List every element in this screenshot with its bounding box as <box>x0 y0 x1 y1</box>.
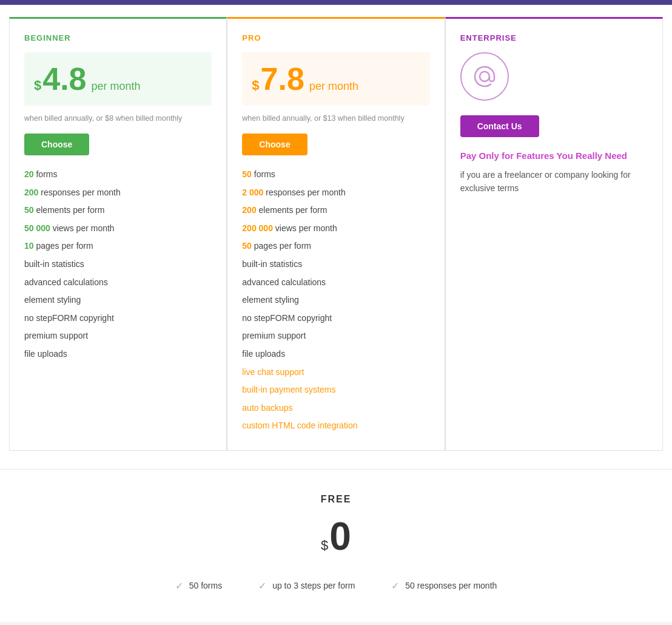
pro-price-box: $ 7.8 per month <box>242 52 429 106</box>
pro-price-amount: 7.8 <box>261 63 304 95</box>
pro-plan: PRO $ 7.8 per month when billed annually… <box>227 17 445 451</box>
list-item: 2 000 responses per month <box>242 187 429 199</box>
list-item: 50 elements per form <box>24 204 212 217</box>
free-price-amount: 0 <box>329 517 351 556</box>
list-item: 10 pages per form <box>24 240 212 252</box>
list-item: premium support <box>24 330 212 342</box>
beginner-price-period: per month <box>92 80 141 93</box>
free-dollar-sign: $ <box>321 538 328 553</box>
list-item: premium support <box>242 330 429 342</box>
free-plan-title: FREE <box>12 494 660 505</box>
enterprise-plan: ENTERPRISE Contact Us Pay Only for Featu… <box>445 17 663 451</box>
list-item: custom HTML code integration <box>242 420 429 432</box>
pro-price-display: $ 7.8 per month <box>252 63 420 95</box>
list-item: 50 pages per form <box>242 240 429 252</box>
list-item: auto backups <box>242 402 429 414</box>
pro-choose-button[interactable]: Choose <box>242 133 307 155</box>
beginner-price-amount: 4.8 <box>42 63 86 95</box>
plans-grid: BEGINNER $ 4.8 per month when billed ann… <box>9 17 663 451</box>
list-item: built-in payment systems <box>242 384 429 396</box>
free-features-list: ✓ 50 forms ✓ up to 3 steps per form ✓ 50… <box>12 580 660 592</box>
beginner-features-list: 20 forms 200 responses per month 50 elem… <box>24 169 212 360</box>
beginner-plan-name: BEGINNER <box>24 33 212 42</box>
list-item: file uploads <box>24 348 212 360</box>
beginner-price-display: $ 4.8 per month <box>34 63 202 95</box>
list-item: 200 000 views per month <box>242 223 429 235</box>
list-item: built-in statistics <box>242 258 429 271</box>
enterprise-plan-name: ENTERPRISE <box>460 33 648 42</box>
beginner-price-box: $ 4.8 per month <box>24 52 212 106</box>
free-feature-steps-text: up to 3 steps per form <box>272 581 355 590</box>
checkmark-icon: ✓ <box>391 580 399 592</box>
free-feature-forms: ✓ 50 forms <box>175 580 222 592</box>
enterprise-contact-button[interactable]: Contact Us <box>460 115 539 137</box>
list-item: 20 forms <box>24 169 212 181</box>
free-feature-steps: ✓ up to 3 steps per form <box>258 580 355 592</box>
list-item: 200 responses per month <box>24 187 212 199</box>
pro-dollar-sign: $ <box>252 78 259 93</box>
pro-billing-note: when billed annually, or $13 when billed… <box>242 114 429 123</box>
free-price-display: $ 0 <box>12 517 660 556</box>
list-item: no stepFORM copyright <box>24 312 212 325</box>
pro-plan-name: PRO <box>242 33 429 42</box>
beginner-dollar-sign: $ <box>34 78 41 93</box>
list-item: no stepFORM copyright <box>242 312 429 325</box>
list-item: element styling <box>242 294 429 306</box>
free-section: FREE $ 0 ✓ 50 forms ✓ up to 3 steps per … <box>0 469 672 622</box>
list-item: 200 elements per form <box>242 204 429 217</box>
list-item: built-in statistics <box>24 258 212 271</box>
free-feature-forms-text: 50 forms <box>189 581 222 590</box>
beginner-plan: BEGINNER $ 4.8 per month when billed ann… <box>9 17 227 451</box>
beginner-billing-note: when billed annually, or $8 when billed … <box>24 114 212 123</box>
enterprise-at-icon <box>460 52 509 101</box>
list-item: 50 forms <box>242 169 429 181</box>
free-feature-responses: ✓ 50 responses per month <box>391 580 497 592</box>
pro-price-period: per month <box>309 80 358 93</box>
beginner-choose-button[interactable]: Choose <box>24 133 89 155</box>
list-item: file uploads <box>242 348 429 360</box>
enterprise-tagline: Pay Only for Features You Really Need <box>460 150 648 161</box>
list-item: element styling <box>24 294 212 306</box>
list-item: 50 000 views per month <box>24 223 212 235</box>
pro-features-list: 50 forms 2 000 responses per month 200 e… <box>242 169 429 432</box>
checkmark-icon: ✓ <box>175 580 183 592</box>
list-item: advanced calculations <box>242 277 429 289</box>
free-feature-responses-text: 50 responses per month <box>405 581 497 590</box>
checkmark-icon: ✓ <box>258 580 266 592</box>
list-item: live chat support <box>242 367 429 379</box>
list-item: advanced calculations <box>24 277 212 289</box>
pricing-section: BEGINNER $ 4.8 per month when billed ann… <box>0 5 672 469</box>
top-bar <box>0 0 672 5</box>
svg-point-0 <box>480 72 489 81</box>
enterprise-description: if you are a freelancer or company looki… <box>460 168 648 195</box>
